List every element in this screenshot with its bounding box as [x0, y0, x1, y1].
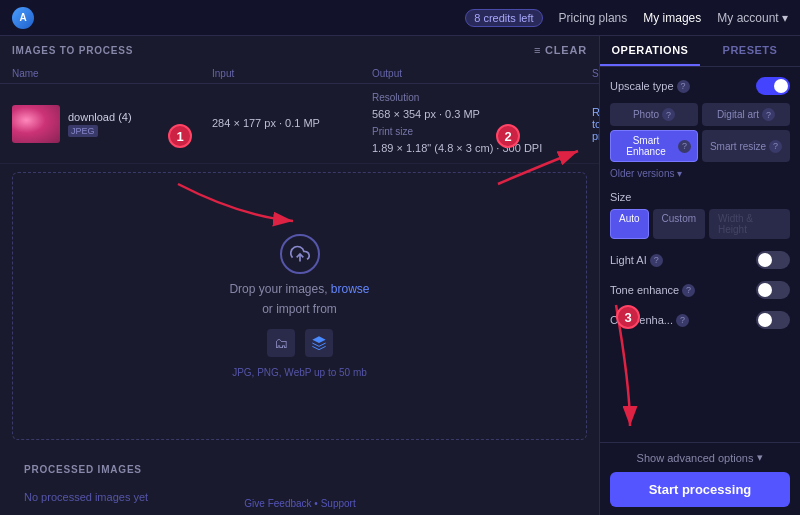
image-output-col: Resolution 568 × 354 px · 0.3 MP Print s… — [372, 90, 592, 157]
pricing-plans-link[interactable]: Pricing plans — [559, 11, 628, 25]
upscale-type-row: Upscale type ? — [610, 77, 790, 95]
section-title: IMAGES TO PROCESS — [12, 45, 133, 56]
upload-icon — [280, 234, 320, 274]
upscale-type-info[interactable]: ? — [677, 80, 690, 93]
nav-left: A — [12, 7, 34, 29]
size-btn-width-height: Width & Height — [709, 209, 790, 239]
my-account-link[interactable]: My account ▾ — [717, 11, 788, 25]
size-btn-custom[interactable]: Custom — [653, 209, 705, 239]
col-status: Status — [592, 68, 600, 79]
tone-enhance-info[interactable]: ? — [682, 284, 695, 297]
image-type-badge: JPEG — [68, 125, 98, 137]
my-images-link[interactable]: My images — [643, 11, 701, 25]
upscale-type-label: Upscale type ? — [610, 80, 690, 93]
show-advanced-button[interactable]: Show advanced options ▾ — [610, 451, 790, 464]
tone-enhance-toggle[interactable] — [756, 281, 790, 299]
smart-enhance-info[interactable]: ? — [678, 140, 691, 153]
col-output: Output — [372, 68, 592, 79]
type-buttons: Photo ? Digital art ? Smart Enhance ? Sm… — [610, 103, 790, 162]
left-panel: IMAGES TO PROCESS ≡ Clear Name Input Out… — [0, 36, 600, 515]
annotation-1: 1 — [168, 124, 192, 148]
drop-text: Drop your images, browse or import from — [229, 280, 369, 318]
credits-badge: 8 credits left — [465, 9, 542, 27]
right-panel: OPERATIONS PRESETS Upscale type ? — [600, 36, 800, 515]
size-btn-auto[interactable]: Auto — [610, 209, 649, 239]
older-versions-button[interactable]: Older versions ▾ — [610, 168, 790, 179]
tab-operations[interactable]: OPERATIONS — [600, 36, 700, 66]
image-input-col: 284 × 177 px · 0.1 MP — [212, 115, 372, 133]
digital-art-info[interactable]: ? — [762, 108, 775, 121]
clear-button[interactable]: ≡ Clear — [534, 44, 587, 56]
type-btn-digital-art[interactable]: Digital art ? — [702, 103, 790, 126]
tone-enhance-label: Tone enhance ? — [610, 284, 695, 297]
start-processing-button[interactable]: Start processing — [610, 472, 790, 507]
color-enhance-toggle[interactable] — [756, 311, 790, 329]
tone-enhance-row: Tone enhance ? — [610, 281, 790, 299]
light-ai-info[interactable]: ? — [650, 254, 663, 267]
image-status: Ready to process — [592, 106, 600, 142]
size-label: Size — [610, 191, 790, 203]
drop-zone[interactable]: Drop your images, browse or import from … — [12, 172, 587, 440]
top-navigation: A 8 credits left Pricing plans My images… — [0, 0, 800, 36]
images-to-process-header: IMAGES TO PROCESS ≡ Clear — [0, 36, 599, 64]
light-ai-label: Light AI ? — [610, 254, 663, 267]
processed-header: PROCESSED IMAGES — [12, 456, 587, 483]
color-enhance-info[interactable]: ? — [676, 314, 689, 327]
table-header: Name Input Output Status — [0, 64, 599, 84]
light-ai-toggle[interactable] — [756, 251, 790, 269]
panel-bottom: Show advanced options ▾ Start processing — [600, 442, 800, 515]
drop-format-text: JPG, PNG, WebP up to 50 mb — [232, 367, 367, 378]
folder-icon-button[interactable]: 🗂 — [267, 329, 295, 357]
support-link[interactable]: Support — [321, 498, 356, 509]
feedback-link[interactable]: Give Feedback — [244, 498, 311, 509]
panel-tabs: OPERATIONS PRESETS — [600, 36, 800, 67]
image-thumbnail — [12, 105, 60, 143]
panel-content: Upscale type ? Photo ? Digital art — [600, 67, 800, 442]
size-buttons: Auto Custom Width & Height — [610, 209, 790, 239]
nav-right: 8 credits left Pricing plans My images M… — [465, 9, 788, 27]
browse-link[interactable]: browse — [331, 282, 370, 296]
photo-info[interactable]: ? — [662, 108, 675, 121]
annotation-2: 2 — [496, 124, 520, 148]
image-meta: download (4) JPEG — [68, 111, 132, 137]
upscale-type-section: Upscale type ? Photo ? Digital art — [610, 77, 790, 179]
type-btn-smart-resize[interactable]: Smart resize ? — [702, 130, 790, 162]
size-section: Size Auto Custom Width & Height — [610, 191, 790, 239]
col-input: Input — [212, 68, 372, 79]
type-btn-photo[interactable]: Photo ? — [610, 103, 698, 126]
footer: Give Feedback • Support — [0, 498, 600, 509]
tab-presets[interactable]: PRESETS — [700, 36, 800, 66]
clear-icon: ≡ — [534, 44, 541, 56]
smart-resize-info[interactable]: ? — [769, 140, 782, 153]
image-name: download (4) — [68, 111, 132, 123]
main-layout: IMAGES TO PROCESS ≡ Clear Name Input Out… — [0, 36, 800, 515]
drive-icon-button[interactable] — [305, 329, 333, 357]
upscale-type-toggle[interactable] — [756, 77, 790, 95]
drop-icons: 🗂 — [267, 329, 333, 357]
app-logo: A — [12, 7, 34, 29]
light-ai-row: Light AI ? — [610, 251, 790, 269]
col-name: Name — [12, 68, 212, 79]
annotation-3: 3 — [616, 305, 640, 329]
type-btn-smart-enhance[interactable]: Smart Enhance ? — [610, 130, 698, 162]
